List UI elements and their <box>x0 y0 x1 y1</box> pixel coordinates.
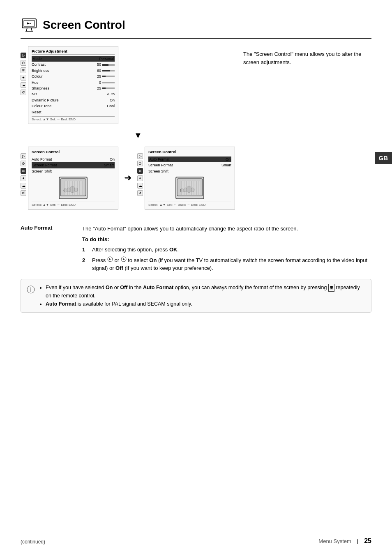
side-icons-sc-right: ▷ ⊙ ≋ ✦ ☁ ↺ <box>137 147 143 196</box>
tv-image-left <box>59 177 88 199</box>
sc-right-icon-3: ≋ <box>137 168 143 174</box>
auto-format-content: The "Auto Format" option allows you to a… <box>82 225 371 275</box>
sc-left-icon-5: ☁ <box>21 183 26 189</box>
sc-left-row-screenformat: Screen Format Smart <box>32 162 115 168</box>
svg-line-2 <box>26 28 27 31</box>
down-arrow: ▼ <box>41 131 235 140</box>
sc-left-row-autoformat: Auto Format On <box>32 157 115 162</box>
side-icon-1: ▷ <box>21 53 26 58</box>
sc-left-select-bar: Select: ▲▼ Set: ← End: END <box>32 202 115 207</box>
page-container: Screen Control GB ▷ ⊙ ≋ ✦ ☁ ↺ Picture Ad… <box>0 0 392 557</box>
steps-list: 1 After selecting this option, press OK.… <box>82 246 371 272</box>
menu-row-colour: Colour 25 <box>32 74 115 79</box>
sc-left-icon-1: ▷ <box>21 153 26 159</box>
sc-right-select-bar: Select: ▲▼ Set: ← Back: ← End: END <box>148 202 231 207</box>
svg-line-3 <box>31 28 32 31</box>
screen-ctrl-left-wrapper: ▷ ⊙ ≋ ✦ ☁ ↺ Screen Control Auto Format O… <box>21 147 118 209</box>
menu-row-brightness: Brightness 60 <box>32 68 115 74</box>
menu-system-label: Menu System | 25 <box>318 537 371 545</box>
sc-left-title: Screen Control <box>32 150 115 155</box>
menu-system-text: Menu System <box>318 538 351 544</box>
sc-right-title: Screen Control <box>148 150 231 155</box>
gb-badge: GB <box>375 152 392 164</box>
info-item-2: Auto Format is available for PAL signal … <box>46 300 365 308</box>
sc-left-icon-3: ≋ <box>21 168 26 174</box>
screen-control-menu-left: Screen Control Auto Format On Screen For… <box>28 147 118 209</box>
auto-format-section: Auto Format The "Auto Format" option all… <box>21 225 371 275</box>
svg-rect-12 <box>177 179 203 196</box>
auto-format-description: The "Auto Format" option allows you to a… <box>82 225 371 233</box>
svg-rect-15 <box>180 189 184 192</box>
sc-right-row-screenshift: Screen Shift <box>148 168 231 174</box>
side-icons-picture: ▷ ⊙ ≋ ✦ ☁ ↺ <box>21 46 26 95</box>
menu-row-hue: Hue 0 <box>32 80 115 85</box>
tv-image-right <box>175 177 204 199</box>
step-1-num: 1 <box>82 246 88 254</box>
sc-right-icon-6: ↺ <box>137 190 143 196</box>
info-item-1: Even if you have selected On or Off in t… <box>46 283 365 300</box>
auto-format-label: Auto Format <box>21 225 74 275</box>
menu-row-reset: Reset <box>32 109 115 115</box>
top-section: ▷ ⊙ ≋ ✦ ☁ ↺ Picture Adjustment Mode Pers… <box>21 46 371 209</box>
side-icon-2: ⊙ <box>21 60 26 66</box>
screenshots-column: ▷ ⊙ ≋ ✦ ☁ ↺ Picture Adjustment Mode Pers… <box>21 46 235 209</box>
menu-row-sharpness: Sharpness 25 <box>32 85 115 91</box>
svg-rect-8 <box>70 186 74 193</box>
step-2: 2 Press or to select On (if you want the… <box>82 256 371 272</box>
picture-select-bar: Select: ▲▼ Set: ← End: END <box>32 116 115 121</box>
page-header: Screen Control <box>21 16 371 39</box>
page-title: Screen Control <box>43 18 125 32</box>
svg-marker-5 <box>27 22 30 25</box>
info-icon: ⓘ <box>27 284 35 308</box>
sc-left-row-screenshift: Screen Shift <box>32 168 115 174</box>
step-1-text: After selecting this option, press OK. <box>92 246 371 254</box>
info-content: Even if you have selected On or Off in t… <box>39 283 365 308</box>
picture-adjustment-menu: Picture Adjustment Mode Personal Contras… <box>28 46 118 124</box>
bottom-bar: (continued) Menu System | 25 <box>21 537 371 545</box>
side-icon-3: ≋ <box>21 67 26 73</box>
svg-rect-13 <box>187 186 191 193</box>
step-1: 1 After selecting this option, press OK. <box>82 246 371 254</box>
side-icon-5: ☁ <box>21 82 26 88</box>
sc-left-icon-6: ↺ <box>21 190 26 196</box>
side-icon-6: ↺ <box>21 90 26 95</box>
info-list: Even if you have selected On or Off in t… <box>39 283 365 308</box>
screen-control-menu-right: Screen Control Auto Format On Screen For… <box>145 147 235 209</box>
right-arrow: ➜ <box>124 173 131 183</box>
menu-row-contrast: Contrast 50 <box>32 62 115 67</box>
svg-rect-14 <box>184 188 187 192</box>
sc-right-row-screenformat: Screen Format Smart <box>148 162 231 168</box>
svg-marker-18 <box>109 258 111 260</box>
screen-control-row: ▷ ⊙ ≋ ✦ ☁ ↺ Screen Control Auto Format O… <box>21 147 235 209</box>
sc-right-icon-4: ✦ <box>137 175 143 181</box>
screen-control-icon <box>21 16 38 34</box>
sc-left-icon-4: ✦ <box>21 175 26 181</box>
sc-left-icon-2: ⊙ <box>21 161 26 166</box>
sc-right-icon-1: ▷ <box>137 153 143 159</box>
svg-rect-7 <box>60 179 86 196</box>
menu-row-colour-tone: Colour Tone Cool <box>32 103 115 109</box>
menu-row-nr: NR Auto <box>32 91 115 97</box>
menu-row-mode: Mode Personal <box>32 56 115 62</box>
screen-control-description: The "Screen Control" menu allows you to … <box>243 50 371 66</box>
info-box: ⓘ Even if you have selected On or Off in… <box>21 279 371 313</box>
separator-1 <box>21 218 371 218</box>
sc-right-icon-5: ☁ <box>137 183 143 189</box>
step-2-text: Press or to select On (if you want the T… <box>92 256 371 272</box>
svg-rect-11 <box>74 188 78 192</box>
continued-label: (continued) <box>21 539 45 545</box>
svg-rect-10 <box>64 189 67 192</box>
to-do-this-label: To do this: <box>82 235 371 244</box>
svg-rect-9 <box>67 188 70 192</box>
description-column: The "Screen Control" menu allows you to … <box>243 46 371 209</box>
picture-adjustment-title: Picture Adjustment <box>32 49 115 55</box>
menu-row-dynamic: Dynamic Picture On <box>32 97 115 103</box>
svg-marker-20 <box>122 258 125 260</box>
side-icon-4: ✦ <box>21 75 26 81</box>
step-2-num: 2 <box>82 256 88 272</box>
sc-right-icon-2: ⊙ <box>137 161 143 166</box>
sc-right-row-autoformat: Auto Format On <box>148 157 231 162</box>
screen-ctrl-right-wrapper: ▷ ⊙ ≋ ✦ ☁ ↺ Screen Control Auto Format O… <box>137 147 235 209</box>
page-number: 25 <box>364 537 371 545</box>
side-icons-sc-left: ▷ ⊙ ≋ ✦ ☁ ↺ <box>21 147 26 196</box>
